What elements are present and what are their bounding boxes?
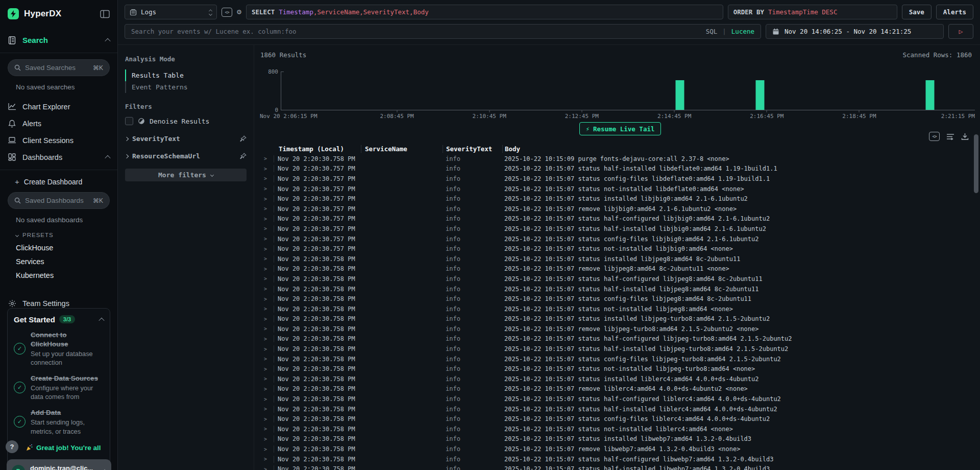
table-row[interactable]: > Nov 20 2:20:30.758 PM info 2025-10-22 … [260, 334, 980, 344]
row-expand-icon[interactable]: > [260, 396, 274, 402]
table-row[interactable]: > Nov 20 2:20:30.758 PM info 2025-10-22 … [260, 424, 980, 434]
table-row[interactable]: > Nov 20 2:20:30.758 PM info 2025-10-22 … [260, 384, 980, 394]
table-row[interactable]: > Nov 20 2:20:30.758 PM info 2025-10-22 … [260, 284, 980, 294]
table-row[interactable]: > Nov 20 2:20:30.757 PM info 2025-10-22 … [260, 224, 980, 234]
row-expand-icon[interactable]: > [260, 456, 274, 462]
save-button[interactable]: Save [902, 5, 932, 19]
table-row[interactable]: > Nov 20 2:20:30.757 PM info 2025-10-22 … [260, 244, 980, 254]
row-expand-icon[interactable]: > [260, 196, 274, 202]
column-header-severitytext[interactable]: SeverityText [443, 145, 502, 153]
table-row[interactable]: > Nov 20 2:20:30.757 PM info 2025-10-22 … [260, 174, 980, 184]
sidebar-item-chart-explorer[interactable]: Chart Explorer [0, 98, 117, 115]
table-row[interactable]: > Nov 20 2:20:30.758 PM info 2025-10-22 … [260, 364, 980, 374]
help-button[interactable]: ? [6, 440, 18, 453]
source-edit-button[interactable]: <> [222, 8, 232, 17]
row-expand-icon[interactable]: > [260, 216, 274, 222]
row-expand-icon[interactable]: > [260, 296, 274, 302]
sidebar-item-alerts[interactable]: Alerts [0, 115, 117, 132]
row-expand-icon[interactable]: > [260, 306, 274, 312]
get-started-item[interactable]: ✓ Create Data Sources Configure where yo… [14, 374, 104, 402]
table-row[interactable]: > Nov 20 2:20:30.757 PM info 2025-10-22 … [260, 214, 980, 224]
resume-live-tail-button[interactable]: ⚡ Resume Live Tail [579, 122, 662, 135]
table-row[interactable]: > Nov 20 2:20:30.758 PM info 2025-10-22 … [260, 324, 980, 334]
row-expand-icon[interactable]: > [260, 316, 274, 322]
table-row[interactable]: > Nov 20 2:20:30.758 PM info 2025-10-22 … [260, 394, 980, 404]
row-expand-icon[interactable]: > [260, 246, 274, 252]
row-expand-icon[interactable]: > [260, 416, 274, 422]
preset-services[interactable]: Services [0, 252, 117, 266]
table-row[interactable]: > Nov 20 2:20:30.758 PM info 2025-10-22 … [260, 314, 980, 324]
mode-event-patterns[interactable]: Event Patterns [125, 81, 247, 93]
row-expand-icon[interactable]: > [260, 206, 274, 212]
table-row[interactable]: > Nov 20 2:20:30.757 PM info 2025-10-22 … [260, 194, 980, 204]
table-row[interactable]: > Nov 20 2:20:30.758 PM info 2025-10-22 … [260, 434, 980, 444]
get-started-item[interactable]: ✓ Add Data Start sending logs, metrics, … [14, 408, 104, 436]
column-header-timestamp[interactable]: Timestamp (Local) [274, 145, 361, 153]
row-expand-icon[interactable]: > [260, 326, 274, 332]
histogram-bar[interactable] [676, 80, 684, 110]
sidebar-collapse-icon[interactable] [100, 10, 110, 18]
row-expand-icon[interactable]: > [260, 286, 274, 292]
table-row[interactable]: > Nov 20 2:20:30.758 PM info 2025-10-22 … [260, 154, 980, 164]
alerts-button[interactable]: Alerts [936, 5, 973, 19]
table-row[interactable]: > Nov 20 2:20:30.758 PM info 2025-10-22 … [260, 344, 980, 354]
table-row[interactable]: > Nov 20 2:20:30.757 PM info 2025-10-22 … [260, 204, 980, 214]
row-expand-icon[interactable]: > [260, 426, 274, 432]
row-expand-icon[interactable]: > [260, 376, 274, 382]
saved-searches-input[interactable]: Saved Searches ⌘K [8, 59, 110, 76]
preset-clickhouse[interactable]: ClickHouse [0, 238, 117, 252]
row-expand-icon[interactable]: > [260, 236, 274, 242]
language-toggle-sql[interactable]: SQL [706, 28, 718, 35]
sidebar-item-dashboards[interactable]: Dashboards [0, 149, 117, 166]
date-range-picker[interactable]: Nov 20 14:06:25 - Nov 20 14:21:25 [766, 24, 944, 39]
filter-group-severitytext[interactable]: SeverityText [125, 135, 247, 143]
table-row[interactable]: > Nov 20 2:20:30.758 PM info 2025-10-22 … [260, 294, 980, 304]
preset-kubernetes[interactable]: Kubernetes [0, 266, 117, 279]
row-expand-icon[interactable]: > [260, 176, 274, 181]
download-icon[interactable] [961, 133, 969, 140]
row-expand-icon[interactable]: > [260, 447, 274, 452]
table-row[interactable]: > Nov 20 2:20:30.758 PM info 2025-10-22 … [260, 414, 980, 424]
table-row[interactable]: > Nov 20 2:20:30.758 PM info 2025-10-22 … [260, 274, 980, 284]
denoise-results-toggle[interactable]: Denoise Results [125, 117, 247, 125]
wrap-lines-icon[interactable] [946, 133, 954, 140]
row-expand-icon[interactable]: > [260, 276, 274, 281]
select-query-input[interactable]: SELECT Timestamp,ServiceName,SeverityTex… [246, 5, 723, 19]
row-expand-icon[interactable]: > [260, 336, 274, 342]
mode-results-table[interactable]: Results Table [125, 69, 247, 81]
table-row[interactable]: > Nov 20 2:20:30.757 PM info 2025-10-22 … [260, 184, 980, 194]
source-select[interactable]: Logs [125, 5, 217, 19]
filter-group-resourceschemaurl[interactable]: ResourceSchemaUrl [125, 152, 247, 160]
row-expand-icon[interactable]: > [260, 436, 274, 442]
code-view-icon[interactable]: <> [929, 132, 940, 141]
row-expand-icon[interactable]: > [260, 186, 274, 192]
table-row[interactable]: > Nov 20 2:20:30.758 PM info 2025-10-22 … [260, 404, 980, 414]
row-expand-icon[interactable]: > [260, 366, 274, 372]
sidebar-item-search[interactable]: Search [0, 32, 117, 49]
get-started-header[interactable]: Get Started 3/3 [14, 315, 104, 324]
run-query-button[interactable]: ▷ [948, 24, 973, 39]
event-search-input[interactable]: Search your events w/ Lucene ex. column:… [125, 24, 761, 39]
scrollbar-thumb[interactable] [974, 134, 978, 193]
language-toggle-lucene[interactable]: Lucene [731, 28, 754, 35]
table-row[interactable]: > Nov 20 2:20:30.758 PM info 2025-10-22 … [260, 304, 980, 314]
histogram-bar[interactable] [925, 80, 934, 110]
get-started-item[interactable]: ✓ Connect to ClickHouse Set up your data… [14, 331, 104, 367]
row-expand-icon[interactable]: > [260, 256, 274, 262]
table-row[interactable]: > Nov 20 2:20:30.758 PM info 2025-10-22 … [260, 254, 980, 264]
row-expand-icon[interactable]: > [260, 386, 274, 392]
settings-gear-button[interactable]: ⚙ [237, 8, 241, 16]
row-expand-icon[interactable]: > [260, 406, 274, 412]
table-row[interactable]: > Nov 20 2:20:30.758 PM info 2025-10-22 … [260, 444, 980, 454]
row-expand-icon[interactable]: > [260, 166, 274, 172]
row-expand-icon[interactable]: > [260, 356, 274, 362]
column-header-body[interactable]: Body [502, 145, 980, 153]
table-row[interactable]: > Nov 20 2:20:30.758 PM info 2025-10-22 … [260, 354, 980, 364]
row-expand-icon[interactable]: > [260, 156, 274, 161]
sidebar-item-client-sessions[interactable]: Client Sessions [0, 132, 117, 149]
user-menu[interactable]: D dominic.tran@clic... dominic.tran@clic… [7, 459, 111, 470]
table-row[interactable]: > Nov 20 2:20:30.757 PM info 2025-10-22 … [260, 164, 980, 174]
table-row[interactable]: > Nov 20 2:20:30.758 PM info 2025-10-22 … [260, 454, 980, 464]
row-expand-icon[interactable]: > [260, 466, 274, 470]
presets-section-header[interactable]: PRESETS [0, 224, 117, 238]
